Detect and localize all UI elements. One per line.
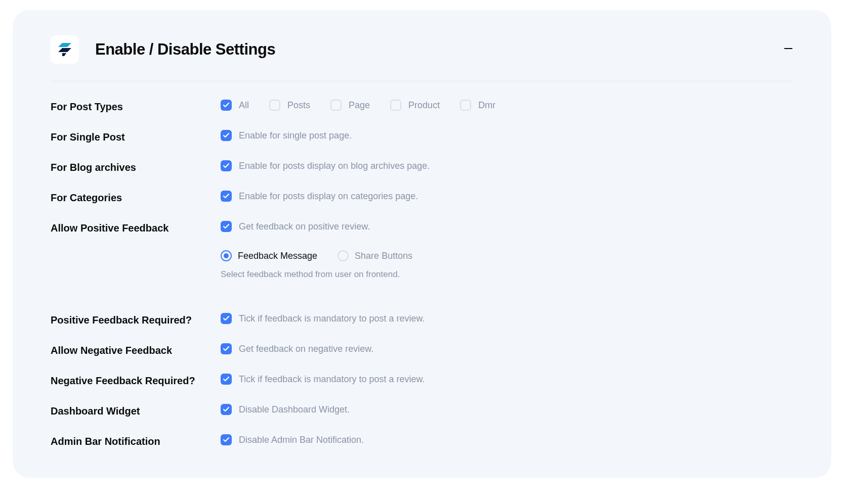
svg-rect-0	[784, 48, 792, 49]
option-label: Product	[408, 100, 440, 111]
checkbox[interactable]	[221, 343, 232, 354]
checkbox-label: Get feedback on positive review.	[239, 221, 370, 232]
row-label: Allow Positive Feedback	[51, 221, 221, 234]
check-icon	[223, 407, 229, 412]
checkbox-negative-required[interactable]: Tick if feedback is mandatory to post a …	[221, 374, 793, 385]
radio-label: Feedback Message	[238, 251, 317, 261]
radio-label: Share Buttons	[355, 251, 412, 261]
option-page[interactable]: Page	[330, 100, 370, 111]
checkbox[interactable]	[330, 100, 342, 111]
settings-card: Enable / Disable Settings For Post Types…	[13, 10, 831, 478]
checkbox-label: Disable Dashboard Widget.	[239, 404, 350, 415]
checkbox-label: Tick if feedback is mandatory to post a …	[239, 313, 425, 324]
checkbox[interactable]	[221, 404, 232, 415]
row-label: Positive Feedback Required?	[51, 313, 221, 326]
row-negative-required: Negative Feedback Required? Tick if feed…	[51, 374, 793, 387]
row-post-types: For Post Types All Posts P	[51, 100, 793, 113]
row-single-post: For Single Post Enable for single post p…	[51, 130, 793, 143]
checkbox[interactable]	[221, 221, 232, 232]
check-icon	[223, 224, 229, 229]
checkbox[interactable]	[390, 100, 401, 111]
row-label: For Single Post	[51, 130, 221, 143]
checkbox-admin-bar[interactable]: Disable Admin Bar Notification.	[221, 434, 793, 445]
checkbox[interactable]	[221, 160, 232, 171]
checkbox[interactable]	[221, 374, 232, 385]
option-label: Posts	[287, 100, 310, 111]
card-header: Enable / Disable Settings	[51, 35, 793, 81]
checkbox-positive-required[interactable]: Tick if feedback is mandatory to post a …	[221, 313, 793, 324]
card-title: Enable / Disable Settings	[95, 40, 767, 59]
minus-icon	[783, 43, 793, 54]
radio-share-buttons[interactable]: Share Buttons	[337, 250, 412, 261]
checkbox-label: Enable for posts display on categories p…	[239, 191, 418, 202]
check-icon	[223, 437, 229, 442]
post-types-options: All Posts Page Product	[221, 100, 793, 111]
option-label: All	[239, 100, 249, 111]
checkbox-label: Enable for single post page.	[239, 130, 352, 141]
check-icon	[223, 163, 229, 168]
checkbox[interactable]	[221, 100, 232, 111]
check-icon	[223, 133, 229, 138]
check-icon	[223, 103, 229, 108]
app-logo	[51, 35, 79, 64]
row-dashboard-widget: Dashboard Widget Disable Dashboard Widge…	[51, 404, 793, 417]
checkbox-blog-archives[interactable]: Enable for posts display on blog archive…	[221, 160, 793, 171]
checkbox[interactable]	[221, 130, 232, 141]
option-all[interactable]: All	[221, 100, 249, 111]
option-label: Dmr	[478, 100, 495, 111]
checkbox-dashboard-widget[interactable]: Disable Dashboard Widget.	[221, 404, 793, 415]
spacer	[51, 297, 793, 313]
positive-method-radio-group: Feedback Message Share Buttons	[221, 250, 793, 261]
radio-feedback-message[interactable]: Feedback Message	[221, 250, 317, 261]
row-label: Admin Bar Notification	[51, 434, 221, 447]
row-categories: For Categories Enable for posts display …	[51, 191, 793, 204]
checkbox-label: Tick if feedback is mandatory to post a …	[239, 374, 425, 385]
option-posts[interactable]: Posts	[269, 100, 310, 111]
radio[interactable]	[221, 250, 232, 261]
checkbox-single-post[interactable]: Enable for single post page.	[221, 130, 793, 141]
checkbox[interactable]	[221, 313, 232, 324]
checkbox-label: Enable for posts display on blog archive…	[239, 161, 430, 171]
row-label: Dashboard Widget	[51, 404, 221, 417]
checkbox[interactable]	[221, 434, 232, 445]
check-icon	[223, 316, 229, 321]
option-product[interactable]: Product	[390, 100, 440, 111]
row-label: For Blog archives	[51, 160, 221, 173]
option-label: Page	[349, 100, 370, 111]
checkbox-label: Get feedback on negative review.	[239, 344, 373, 354]
check-icon	[223, 346, 229, 351]
checkbox-allow-negative[interactable]: Get feedback on negative review.	[221, 343, 793, 354]
checkbox-label: Disable Admin Bar Notification.	[239, 435, 364, 445]
checkbox[interactable]	[269, 100, 280, 111]
row-allow-negative: Allow Negative Feedback Get feedback on …	[51, 343, 793, 356]
row-label: For Post Types	[51, 100, 221, 113]
row-label: For Categories	[51, 191, 221, 204]
check-icon	[223, 194, 229, 199]
row-blog-archives: For Blog archives Enable for posts displ…	[51, 160, 793, 173]
checkbox[interactable]	[221, 191, 232, 202]
row-positive-required: Positive Feedback Required? Tick if feed…	[51, 313, 793, 326]
checkbox[interactable]	[460, 100, 471, 111]
radio-hint: Select feedback method from user on fron…	[221, 269, 793, 280]
checkbox-categories[interactable]: Enable for posts display on categories p…	[221, 191, 793, 202]
row-label: Negative Feedback Required?	[51, 374, 221, 387]
checkbox-allow-positive[interactable]: Get feedback on positive review.	[221, 221, 793, 232]
check-icon	[223, 377, 229, 382]
radio[interactable]	[337, 250, 349, 261]
feedback-logo-icon	[56, 41, 73, 58]
collapse-button[interactable]	[783, 43, 793, 56]
option-dmr[interactable]: Dmr	[460, 100, 495, 111]
row-admin-bar: Admin Bar Notification Disable Admin Bar…	[51, 434, 793, 447]
row-label: Allow Negative Feedback	[51, 343, 221, 356]
row-allow-positive: Allow Positive Feedback Get feedback on …	[51, 221, 793, 280]
